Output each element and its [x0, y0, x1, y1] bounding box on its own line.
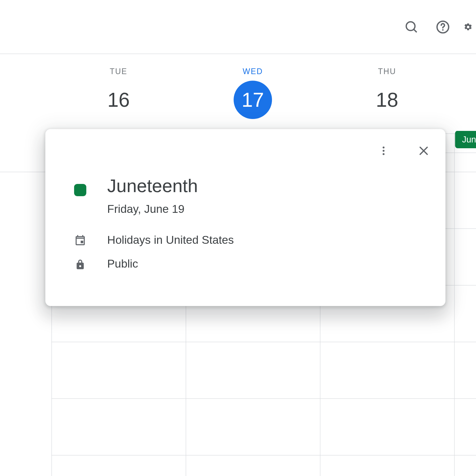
help-icon	[436, 20, 450, 34]
search-icon	[405, 20, 419, 34]
event-calendar-name: Holidays in United States	[107, 233, 234, 247]
close-icon	[418, 145, 430, 157]
toolbar	[0, 0, 476, 54]
calendar-icon	[74, 234, 86, 246]
lock-icon	[74, 258, 86, 270]
day-of-week: THU	[378, 67, 396, 76]
event-chip-juneteenth[interactable]: Jun	[455, 131, 476, 148]
day-headers: TUE 16 WED 17 THU 18	[0, 67, 476, 119]
event-popup: Juneteenth Friday, June 19 Holidays in U…	[45, 129, 445, 306]
settings-button[interactable]	[464, 16, 473, 37]
help-button[interactable]	[432, 16, 454, 37]
day-of-week: TUE	[110, 67, 128, 76]
svg-point-4	[382, 153, 385, 155]
event-date: Friday, June 19	[107, 202, 198, 216]
event-visibility: Public	[107, 257, 138, 271]
more-options-button[interactable]	[374, 141, 393, 160]
more-vert-icon	[378, 145, 389, 156]
day-of-week: WED	[243, 67, 263, 76]
search-button[interactable]	[401, 16, 422, 37]
svg-point-2	[382, 147, 385, 149]
day-column-wed[interactable]: WED 17	[186, 67, 320, 119]
date-number[interactable]: 18	[368, 81, 406, 119]
svg-point-3	[382, 150, 385, 152]
svg-point-1	[442, 29, 443, 30]
event-chip-label: Jun	[462, 134, 476, 144]
gear-icon	[464, 20, 473, 34]
date-number-today[interactable]: 17	[234, 81, 272, 119]
close-button[interactable]	[414, 141, 433, 160]
day-column-tue[interactable]: TUE 16	[51, 67, 186, 119]
event-color-swatch	[74, 184, 86, 196]
svg-rect-5	[81, 240, 83, 243]
day-column-thu[interactable]: THU 18	[320, 67, 454, 119]
event-title: Juneteenth	[107, 176, 198, 196]
date-number[interactable]: 16	[99, 81, 138, 119]
